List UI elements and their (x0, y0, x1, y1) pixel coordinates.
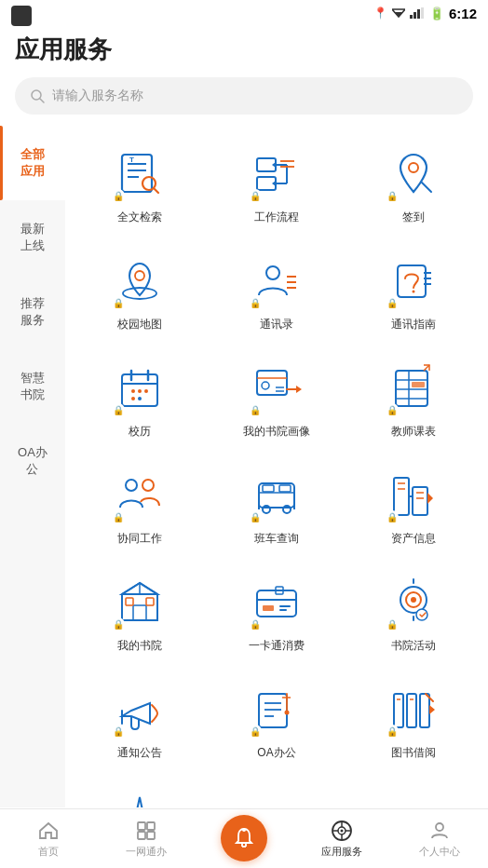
icon-library: 🔒 (384, 680, 443, 739)
grid-item-my-college[interactable]: 🔒 我的书院 (73, 562, 206, 661)
nav-home[interactable]: 首页 (0, 820, 98, 859)
location-icon: 📍 (373, 7, 387, 20)
icon-workflow: 🔒 (247, 144, 306, 204)
grid-item-portrait[interactable]: 🔒 我的书院画像 (210, 347, 343, 447)
grid-item-smart-bookstore[interactable]: 🔒 知惠书屋 (73, 776, 206, 807)
svg-rect-66 (413, 487, 427, 515)
lock-icon-full-text: 🔒 (112, 189, 125, 202)
svg-rect-97 (420, 694, 429, 727)
search-placeholder: 请输入服务名称 (52, 88, 143, 104)
svg-rect-82 (279, 609, 287, 611)
svg-rect-57 (259, 483, 294, 508)
grid-item-calendar[interactable]: 🔒 校历 (73, 347, 206, 447)
svg-rect-54 (412, 382, 425, 387)
svg-rect-3 (413, 12, 416, 19)
icon-checkin: 🔒 (384, 144, 443, 204)
icon-oa-office: 🔒 (247, 680, 306, 739)
svg-marker-21 (272, 181, 276, 186)
sidebar-label-recommend: 推荐 服务 (20, 295, 45, 329)
app-icon (11, 6, 32, 26)
svg-point-42 (144, 389, 148, 393)
lock-icon-contacts: 🔒 (249, 296, 262, 309)
battery-icon: 🔋 (429, 7, 444, 20)
sidebar-item-smart[interactable]: 智慧 书院 (0, 349, 65, 424)
svg-rect-89 (259, 694, 287, 727)
nav-profile[interactable]: 个人中心 (390, 820, 488, 859)
label-one-card: 一卡通消费 (249, 638, 305, 654)
svg-rect-80 (263, 605, 274, 611)
grid-item-teacher-schedule[interactable]: 🔒 教师课表 (347, 347, 481, 447)
icon-asset: 🔒 (384, 466, 443, 525)
lock-icon-activity: 🔒 (386, 617, 399, 631)
label-full-text-search: 全文检索 (117, 210, 162, 225)
nav-app-services[interactable]: 应用服务 (292, 820, 390, 859)
grid-item-checkin[interactable]: 🔒 签到 (347, 133, 481, 233)
time-display: 6:12 (449, 6, 477, 21)
status-icons: 📍 🔋 6:12 (373, 6, 477, 21)
lock-icon-my-college: 🔒 (112, 617, 125, 631)
icon-notice: 🔒 (110, 680, 169, 739)
label-bus: 班车查询 (254, 531, 299, 547)
label-campus-map: 校园地图 (117, 317, 162, 332)
svg-marker-48 (296, 386, 302, 393)
svg-rect-81 (279, 605, 291, 607)
grid-item-contact-guide[interactable]: 🔒 通讯指南 (347, 240, 481, 340)
grid-item-workflow[interactable]: 🔒 工作流程 (210, 133, 343, 233)
grid-item-contacts[interactable]: 🔒 通讯录 (210, 240, 343, 340)
grid-item-library[interactable]: 🔒 图书借阅 (347, 669, 481, 768)
sidebar-item-oa[interactable]: OA办 公 (0, 424, 65, 498)
svg-point-26 (123, 288, 156, 299)
lock-icon-collab: 🔒 (112, 510, 125, 523)
svg-point-55 (126, 480, 137, 491)
wifi-icon (392, 7, 405, 19)
icon-one-card: 🔒 (247, 573, 306, 632)
sidebar-item-recommend[interactable]: 推荐 服务 (0, 275, 65, 349)
sidebar-item-new[interactable]: 最新 上线 (0, 200, 65, 275)
svg-point-44 (138, 397, 142, 400)
label-oa-office: OA办公 (257, 745, 295, 761)
svg-line-25 (422, 183, 431, 192)
grid-item-notice[interactable]: 🔒 通知公告 (73, 669, 206, 768)
label-portrait: 我的书院画像 (243, 424, 310, 440)
nav-bell[interactable] (196, 815, 293, 863)
grid-item-one-card[interactable]: 🔒 一卡通消费 (210, 562, 343, 661)
sidebar-item-all[interactable]: 全部 应用 (0, 126, 65, 200)
grid-item-full-text-search[interactable]: T 🔒 全文检索 (73, 133, 206, 233)
svg-point-56 (142, 480, 154, 491)
svg-marker-100 (429, 705, 435, 714)
svg-marker-1 (394, 12, 403, 17)
grid-item-collab[interactable]: 🔒 协同工作 (73, 454, 206, 554)
profile-icon (428, 820, 451, 842)
grid-item-oa-office[interactable]: 🔒 OA办公 (210, 669, 343, 768)
bell-icon (232, 826, 256, 850)
label-my-college: 我的书院 (117, 638, 162, 654)
page-title: 应用服务 (15, 34, 473, 66)
svg-line-13 (154, 188, 158, 193)
icon-teacher-schedule: 🔒 (384, 359, 443, 418)
grid-item-activity[interactable]: 🔒 书院活动 (347, 562, 481, 661)
svg-rect-8 (122, 155, 152, 192)
svg-rect-60 (279, 485, 291, 492)
sidebar-label-all: 全部 应用 (20, 146, 45, 180)
svg-rect-73 (133, 605, 146, 620)
nav-app-label: 应用服务 (321, 845, 362, 859)
nav-profile-label: 个人中心 (419, 845, 460, 859)
grid-item-asset[interactable]: 🔒 资产信息 (347, 454, 481, 554)
label-workflow: 工作流程 (254, 210, 299, 225)
svg-marker-20 (272, 162, 276, 168)
lock-icon-bus: 🔒 (249, 510, 262, 523)
sidebar-label-oa: OA办 公 (18, 444, 47, 478)
svg-point-24 (409, 163, 418, 172)
grid-item-campus-map[interactable]: 🔒 校园地图 (73, 240, 206, 340)
svg-rect-4 (417, 9, 420, 19)
label-notice: 通知公告 (117, 745, 162, 761)
label-teacher-schedule: 教师课表 (391, 424, 436, 440)
nav-one-stop[interactable]: 一网通办 (98, 820, 196, 859)
grid-item-bus[interactable]: 🔒 班车查询 (210, 454, 343, 554)
label-collab: 协同工作 (117, 531, 162, 547)
search-bar[interactable]: 请输入服务名称 (15, 77, 473, 115)
svg-point-41 (138, 389, 142, 393)
lock-icon-portrait: 🔒 (249, 403, 262, 416)
svg-rect-104 (138, 832, 145, 839)
icon-full-text-search: T 🔒 (110, 144, 169, 204)
